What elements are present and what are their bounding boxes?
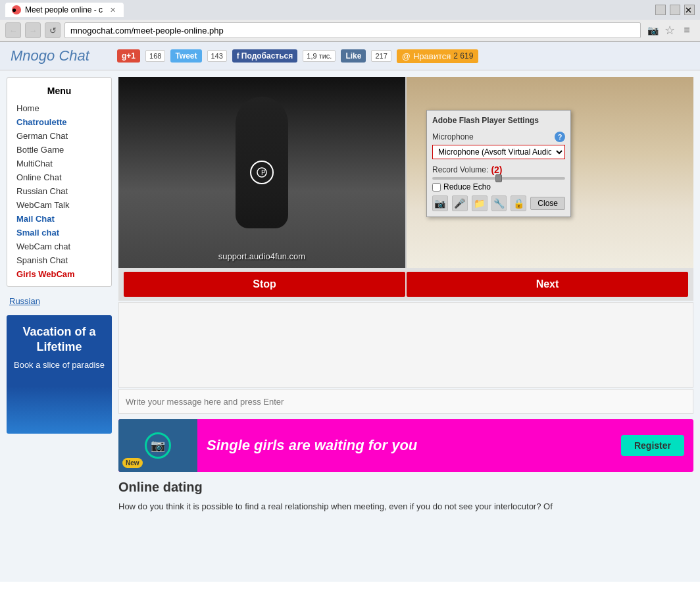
flash-reduce-echo-row: Reduce Echo xyxy=(432,182,565,191)
sidebar-item-webcam-talk[interactable]: WebCam Talk xyxy=(7,198,111,212)
tab-title: Meet people online - c xyxy=(25,5,103,14)
gplus-button[interactable]: g+1 xyxy=(117,49,140,63)
address-bar[interactable] xyxy=(64,22,641,38)
gplus-label: g+1 xyxy=(122,51,136,61)
nravitsya-count: 2 619 xyxy=(453,51,473,61)
camera-icon: 📷 xyxy=(645,22,661,38)
fb-label: Подобасться xyxy=(241,51,293,61)
page-content: Mnogo Chat g+1 168 Tweet 143 f Подобасть… xyxy=(0,42,700,582)
flash-reduce-echo-checkbox[interactable] xyxy=(432,183,441,191)
banner-cam-icon: 📷 xyxy=(145,432,171,459)
sidebar-item-spanish-chat[interactable]: Spanish Chat xyxy=(7,253,111,267)
banner-register-button[interactable]: Register xyxy=(621,435,684,456)
chat-area xyxy=(118,302,693,388)
sidebar-item-chatroulette[interactable]: Chatroulette xyxy=(7,115,111,129)
gplus-count: 168 xyxy=(145,50,165,62)
sidebar-menu-box: Menu Home Chatroulette German Chat Bottl… xyxy=(7,77,112,287)
sidebar-item-multichat[interactable]: MultiChat xyxy=(7,157,111,170)
sidebar-item-german-chat[interactable]: German Chat xyxy=(7,129,111,143)
fb-icon: f xyxy=(237,51,239,61)
sidebar-item-bottle-game[interactable]: Bottle Game xyxy=(7,143,111,157)
sidebar-menu-title: Menu xyxy=(7,83,111,101)
vk-label: Like xyxy=(345,51,361,61)
nravitsya-button[interactable]: @ Нравится 2 619 xyxy=(397,49,479,63)
minimize-button[interactable] xyxy=(655,5,666,15)
sidebar-item-small-chat[interactable]: Small chat xyxy=(7,226,111,240)
tweet-count: 143 xyxy=(207,50,227,62)
forward-button[interactable]: → xyxy=(25,22,41,38)
online-dating-body: How do you think it is possible to find … xyxy=(118,500,693,514)
sidebar-language: Russian xyxy=(7,293,112,309)
flash-volume-slider[interactable] xyxy=(432,177,565,180)
next-button[interactable]: Next xyxy=(407,272,688,297)
flash-icon-folder[interactable]: 📁 xyxy=(472,195,488,211)
svg-text:P: P xyxy=(261,169,266,176)
video-play-icon[interactable]: P xyxy=(250,161,274,184)
tweet-label: Tweet xyxy=(175,51,197,61)
flash-microphone-label: Microphone ? xyxy=(432,132,565,142)
flash-dialog-title: Adobe Flash Player Settings xyxy=(432,116,539,125)
video-area: P support.audio4fun.com Adobe Flash Play… xyxy=(118,77,693,268)
flash-icon-settings[interactable]: 🔧 xyxy=(491,195,507,211)
flash-icons-row: 📷 🎤 📁 🔧 🔒 Close xyxy=(432,195,565,211)
banner-ad-text: Single girls are waiting for you xyxy=(197,432,621,459)
browser-title-bar: ● Meet people online - c ✕ ✕ xyxy=(0,0,700,20)
flash-help-icon[interactable]: ? xyxy=(555,132,565,142)
video-controls: Stop Next xyxy=(118,268,693,301)
flash-icon-mic[interactable]: 🎤 xyxy=(452,195,468,211)
browser-controls: ← → ↺ 📷 ☆ ≡ xyxy=(0,20,700,41)
browser-chrome: ● Meet people online - c ✕ ✕ ← → ↺ 📷 ☆ ≡ xyxy=(0,0,700,42)
sidebar-item-webcam-chat[interactable]: WebCam chat xyxy=(7,240,111,253)
vk-count: 217 xyxy=(371,50,391,62)
online-dating-section: Online dating How do you think it is pos… xyxy=(118,480,693,514)
video-right: Adobe Flash Player Settings Microphone ?… xyxy=(407,77,693,268)
banner-ad-image: 📷 New xyxy=(118,419,197,472)
browser-tab[interactable]: ● Meet people online - c ✕ xyxy=(5,3,124,17)
tab-close-button[interactable]: ✕ xyxy=(109,6,117,14)
video-watermark: support.audio4fun.com xyxy=(218,251,305,261)
tab-favicon-icon: ● xyxy=(12,5,21,14)
video-left: P support.audio4fun.com xyxy=(118,77,405,268)
flash-record-label: Record Volume: (2) xyxy=(432,165,565,175)
flash-microphone-select[interactable]: Microphone (Avsoft Virtual Audio Dev xyxy=(432,145,565,159)
stop-button[interactable]: Stop xyxy=(124,272,405,297)
flash-record-num: (2) xyxy=(491,165,502,175)
flash-slider-thumb[interactable] xyxy=(495,174,502,182)
browser-menu-button[interactable]: ≡ xyxy=(679,22,695,38)
online-dating-heading: Online dating xyxy=(118,480,693,495)
nravitsya-label: Нравится xyxy=(413,51,451,61)
banner-ad[interactable]: 📷 New Single girls are waiting for you R… xyxy=(118,419,693,472)
flash-settings-dialog: Adobe Flash Player Settings Microphone ?… xyxy=(426,110,571,217)
russian-language-link[interactable]: Russian xyxy=(7,296,40,306)
banner-new-badge: New xyxy=(122,458,143,468)
main-layout: Menu Home Chatroulette German Chat Bottl… xyxy=(0,70,700,521)
message-input-area xyxy=(118,389,693,414)
flash-icon-cam[interactable]: 📷 xyxy=(432,195,448,211)
site-logo: Mnogo Chat xyxy=(11,47,109,64)
sidebar-item-home[interactable]: Home xyxy=(7,101,111,115)
sidebar-item-online-chat[interactable]: Online Chat xyxy=(7,170,111,184)
message-input[interactable] xyxy=(119,390,693,413)
main-content: P support.audio4fun.com Adobe Flash Play… xyxy=(118,77,693,514)
maximize-button[interactable] xyxy=(670,5,680,15)
vk-button[interactable]: Like xyxy=(341,49,366,63)
sidebar-item-girls-webcam[interactable]: Girls WebCam xyxy=(7,267,111,281)
fb-count: 1,9 тис. xyxy=(303,50,336,62)
social-buttons: g+1 168 Tweet 143 f Подобасться 1,9 тис.… xyxy=(117,49,478,63)
star-icon[interactable]: ☆ xyxy=(664,23,675,38)
sidebar-ad-title: Vacation of a Lifetime xyxy=(13,324,105,355)
sidebar: Menu Home Chatroulette German Chat Bottl… xyxy=(7,77,112,514)
refresh-button[interactable]: ↺ xyxy=(45,22,61,38)
flash-slider-row xyxy=(432,177,565,180)
tweet-button[interactable]: Tweet xyxy=(170,49,201,63)
sidebar-ad[interactable]: Vacation of a Lifetime Book a slice of p… xyxy=(7,315,112,434)
sidebar-ad-subtitle: Book a slice of paradise xyxy=(13,359,105,371)
back-button[interactable]: ← xyxy=(5,22,21,38)
fb-button[interactable]: f Подобасться xyxy=(232,49,297,63)
flash-reduce-echo-label: Reduce Echo xyxy=(443,182,491,191)
sidebar-item-mail-chat[interactable]: Mail Chat xyxy=(7,212,111,226)
flash-icon-privacy[interactable]: 🔒 xyxy=(511,195,526,211)
flash-close-button[interactable]: Close xyxy=(530,197,565,210)
sidebar-item-russian-chat[interactable]: Russian Chat xyxy=(7,184,111,198)
close-button[interactable]: ✕ xyxy=(684,5,695,15)
